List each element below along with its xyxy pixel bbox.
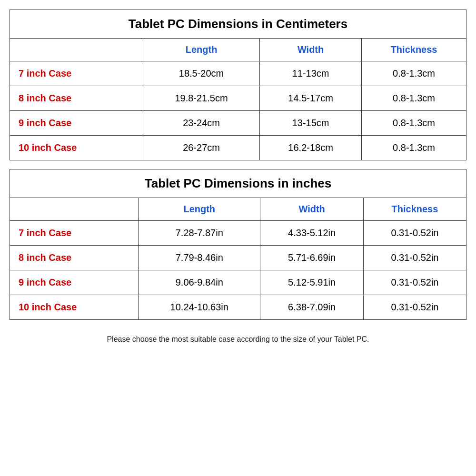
in-section: Tablet PC Dimensions in inches Length Wi… <box>10 169 466 320</box>
in-length-0: 7.28-7.87in <box>139 221 260 246</box>
cm-col-length: Length <box>143 39 260 61</box>
in-row-3: 10 inch Case 10.24-10.63in 6.38-7.09in 0… <box>10 295 466 320</box>
cm-table-title: Tablet PC Dimensions in Centimeters <box>10 10 466 39</box>
cm-width-1: 14.5-17cm <box>260 86 362 111</box>
cm-width-3: 16.2-18cm <box>260 136 362 160</box>
in-thickness-0: 0.31-0.52in <box>363 221 466 246</box>
in-row-0: 7 inch Case 7.28-7.87in 4.33-5.12in 0.31… <box>10 221 466 246</box>
cm-row-0: 7 inch Case 18.5-20cm 11-13cm 0.8-1.3cm <box>10 61 466 86</box>
in-length-1: 7.79-8.46in <box>139 246 260 270</box>
cm-thickness-2: 0.8-1.3cm <box>362 111 466 136</box>
cm-label-3: 10 inch Case <box>10 136 143 160</box>
in-label-1: 8 inch Case <box>10 246 139 270</box>
in-row-2: 9 inch Case 9.06-9.84in 5.12-5.91in 0.31… <box>10 270 466 295</box>
in-header-row: Length Width Thickness <box>10 198 466 221</box>
cm-row-2: 9 inch Case 23-24cm 13-15cm 0.8-1.3cm <box>10 111 466 136</box>
cm-col-thickness: Thickness <box>362 39 466 61</box>
in-length-2: 9.06-9.84in <box>139 270 260 295</box>
cm-row-3: 10 inch Case 26-27cm 16.2-18cm 0.8-1.3cm <box>10 136 466 160</box>
in-label-3: 10 inch Case <box>10 295 139 320</box>
cm-thickness-3: 0.8-1.3cm <box>362 136 466 160</box>
in-width-2: 5.12-5.91in <box>260 270 363 295</box>
in-label-0: 7 inch Case <box>10 221 139 246</box>
in-thickness-2: 0.31-0.52in <box>363 270 466 295</box>
page-container: Tablet PC Dimensions in Centimeters Leng… <box>10 10 466 347</box>
in-table-title: Tablet PC Dimensions in inches <box>10 169 466 198</box>
cm-thickness-0: 0.8-1.3cm <box>362 61 466 86</box>
cm-width-0: 11-13cm <box>260 61 362 86</box>
cm-length-2: 23-24cm <box>143 111 260 136</box>
cm-label-0: 7 inch Case <box>10 61 143 86</box>
in-thickness-3: 0.31-0.52in <box>363 295 466 320</box>
cm-width-2: 13-15cm <box>260 111 362 136</box>
cm-label-1: 8 inch Case <box>10 86 143 111</box>
in-table: Length Width Thickness 7 inch Case 7.28-… <box>10 198 466 319</box>
in-label-2: 9 inch Case <box>10 270 139 295</box>
cm-header-row: Length Width Thickness <box>10 39 466 61</box>
footer-note: Please choose the most suitable case acc… <box>10 328 466 347</box>
in-length-3: 10.24-10.63in <box>139 295 260 320</box>
in-col-length: Length <box>139 198 260 221</box>
in-col-label <box>10 198 139 221</box>
in-width-0: 4.33-5.12in <box>260 221 363 246</box>
cm-table: Length Width Thickness 7 inch Case 18.5-… <box>10 39 466 160</box>
in-col-width: Width <box>260 198 363 221</box>
in-col-thickness: Thickness <box>363 198 466 221</box>
in-row-1: 8 inch Case 7.79-8.46in 5.71-6.69in 0.31… <box>10 246 466 270</box>
in-thickness-1: 0.31-0.52in <box>363 246 466 270</box>
cm-section: Tablet PC Dimensions in Centimeters Leng… <box>10 10 466 160</box>
cm-length-0: 18.5-20cm <box>143 61 260 86</box>
cm-label-2: 9 inch Case <box>10 111 143 136</box>
in-width-1: 5.71-6.69in <box>260 246 363 270</box>
cm-length-3: 26-27cm <box>143 136 260 160</box>
cm-length-1: 19.8-21.5cm <box>143 86 260 111</box>
cm-col-width: Width <box>260 39 362 61</box>
cm-row-1: 8 inch Case 19.8-21.5cm 14.5-17cm 0.8-1.… <box>10 86 466 111</box>
cm-col-label <box>10 39 143 61</box>
cm-thickness-1: 0.8-1.3cm <box>362 86 466 111</box>
in-width-3: 6.38-7.09in <box>260 295 363 320</box>
